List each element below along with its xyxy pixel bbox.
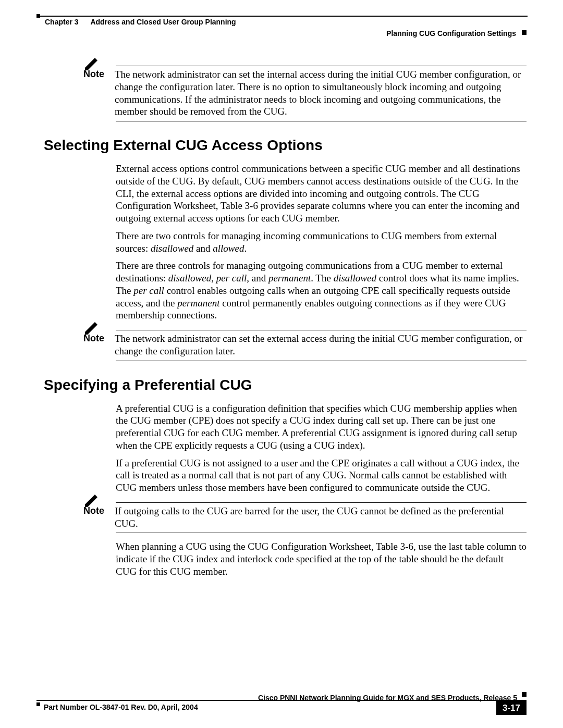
note-text: The network administrator can set the ex… bbox=[115, 332, 527, 357]
text: and bbox=[193, 243, 213, 254]
note-block: Note The network administrator can set t… bbox=[83, 66, 527, 121]
pencil-icon bbox=[83, 57, 99, 70]
text: . bbox=[244, 243, 247, 254]
note-rule-top bbox=[116, 502, 527, 503]
header-chapter: Chapter 3 Address and Closed User Group … bbox=[45, 18, 236, 27]
footer-rule bbox=[36, 700, 527, 701]
italic-text: permanent bbox=[177, 298, 219, 309]
header-section: Planning CUG Configuration Settings bbox=[386, 29, 516, 39]
note-rule-bottom bbox=[116, 121, 527, 121]
note-rule-bottom bbox=[116, 361, 527, 361]
note-text: The network administrator can set the in… bbox=[115, 68, 527, 118]
text: . The bbox=[311, 273, 333, 283]
heading-selecting-external: Selecting External CUG Access Options bbox=[44, 136, 527, 154]
italic-text: disallowed bbox=[334, 273, 376, 283]
body-paragraph: When planning a CUG using the CUG Config… bbox=[116, 540, 527, 577]
note-text: If outgoing calls to the CUG are barred … bbox=[115, 505, 527, 530]
italic-text: disallowed bbox=[168, 273, 211, 283]
italic-text: per call bbox=[133, 285, 164, 296]
italic-text: disallowed bbox=[151, 243, 193, 254]
footer-doc-title: Cisco PNNI Network Planning Guide for MG… bbox=[258, 694, 517, 703]
italic-text: per call bbox=[216, 273, 247, 283]
footer-marker-left bbox=[36, 702, 40, 706]
header-rule bbox=[40, 16, 528, 17]
body-paragraph: External access options control communic… bbox=[116, 163, 527, 225]
note-block: Note The network administrator can set t… bbox=[83, 330, 527, 361]
text: , and bbox=[247, 273, 268, 283]
italic-text: permanent bbox=[268, 273, 311, 283]
content-area: Note The network administrator can set t… bbox=[83, 57, 527, 583]
body-paragraph: A preferential CUG is a configuration de… bbox=[116, 402, 527, 452]
heading-specifying-preferential: Specifying a Preferential CUG bbox=[44, 376, 527, 394]
footer-part-number: Part Number OL-3847-01 Rev. D0, April, 2… bbox=[44, 703, 198, 712]
text: , bbox=[211, 273, 216, 283]
body-paragraph: If a preferential CUG is not assigned to… bbox=[116, 457, 527, 494]
page-number: 3-17 bbox=[496, 701, 527, 715]
italic-text: allowed bbox=[213, 243, 244, 254]
footer: Cisco PNNI Network Planning Guide for MG… bbox=[36, 700, 527, 724]
header-marker-left bbox=[36, 14, 40, 18]
footer-marker-right bbox=[522, 692, 527, 697]
body-paragraph: There are three controls for managing ou… bbox=[116, 260, 527, 322]
page: Chapter 3 Address and Closed User Group … bbox=[0, 0, 563, 728]
note-rule-top bbox=[116, 66, 527, 66]
note-rule-top bbox=[116, 330, 527, 330]
header-marker-right bbox=[522, 30, 527, 35]
note-rule-bottom bbox=[116, 533, 527, 533]
pencil-icon bbox=[83, 493, 99, 507]
pencil-icon bbox=[83, 321, 99, 335]
note-block: Note If outgoing calls to the CUG are ba… bbox=[83, 502, 527, 534]
body-paragraph: There are two controls for managing inco… bbox=[116, 230, 527, 255]
